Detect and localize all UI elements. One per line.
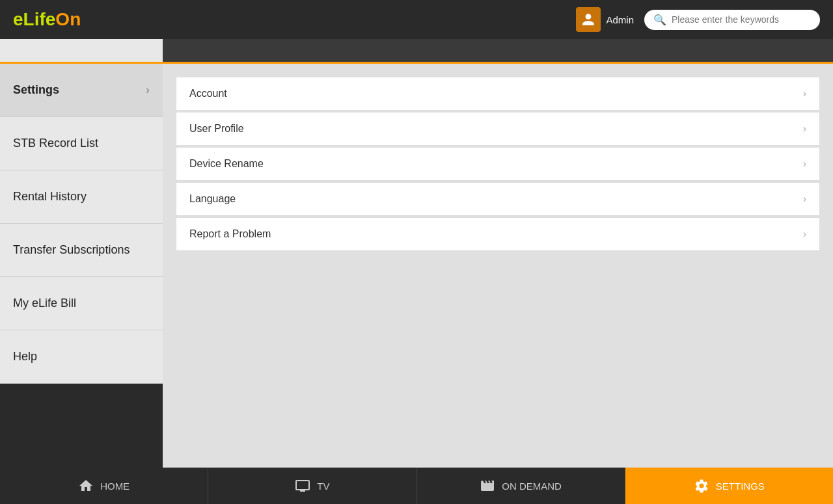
home-icon [78, 478, 94, 494]
logo-on: On [55, 9, 81, 29]
sidebar-item-stb-label: STB Record List [13, 137, 98, 150]
main: Settings › STB Record List Rental Histor… [0, 64, 833, 468]
chevron-right-icon: › [803, 193, 806, 205]
admin-label: Admin [606, 14, 634, 25]
tab-rest [163, 39, 833, 64]
menu-item-user-profile-label: User Profile [189, 123, 244, 135]
menu-item-user-profile[interactable]: User Profile › [176, 112, 820, 146]
tab-bar [0, 39, 833, 64]
nav-on-demand-label: ON DEMAND [502, 481, 562, 492]
nav-home[interactable]: HOME [0, 468, 208, 504]
sidebar-item-settings-label: Settings [13, 83, 59, 97]
menu-item-device-rename[interactable]: Device Rename › [176, 147, 820, 181]
logo: eLifeOn [13, 9, 81, 30]
search-input[interactable] [672, 14, 811, 25]
header-right: Admin 🔍 [576, 7, 820, 32]
sidebar-item-settings[interactable]: Settings › [0, 64, 163, 117]
nav-home-label: HOME [100, 481, 130, 492]
sidebar-item-bill-label: My eLife Bill [13, 297, 76, 310]
film-icon [480, 478, 495, 494]
menu-item-report-problem-label: Report a Problem [189, 228, 271, 240]
tv-icon [295, 478, 310, 494]
sidebar-item-transfer-subscriptions[interactable]: Transfer Subscriptions [0, 224, 163, 277]
user-avatar-icon [581, 12, 595, 27]
header: eLifeOn Admin 🔍 [0, 0, 833, 39]
sidebar-item-stb-record-list[interactable]: STB Record List [0, 117, 163, 170]
chevron-right-icon: › [803, 228, 806, 240]
content-area: Account › User Profile › Device Rename ›… [163, 64, 833, 468]
chevron-right-icon: › [803, 123, 806, 135]
menu-item-device-rename-label: Device Rename [189, 158, 264, 170]
sidebar-item-my-elife-bill[interactable]: My eLife Bill [0, 277, 163, 330]
sidebar: Settings › STB Record List Rental Histor… [0, 64, 163, 468]
chevron-right-icon: › [803, 88, 806, 99]
menu-item-account-label: Account [189, 88, 227, 99]
sidebar-item-transfer-label: Transfer Subscriptions [13, 243, 130, 257]
sidebar-item-help-label: Help [13, 350, 37, 364]
search-bar[interactable]: 🔍 [644, 10, 820, 30]
nav-settings-label: SETTINGS [716, 481, 765, 492]
sidebar-item-help[interactable]: Help [0, 330, 163, 384]
logo-elife: eLife [13, 9, 55, 29]
avatar [576, 7, 601, 32]
chevron-right-icon: › [803, 158, 806, 170]
sidebar-bottom [0, 384, 163, 468]
menu-item-account[interactable]: Account › [176, 77, 820, 111]
sidebar-item-rental-history[interactable]: Rental History [0, 170, 163, 224]
nav-on-demand[interactable]: ON DEMAND [417, 468, 625, 504]
nav-settings[interactable]: SETTINGS [625, 468, 833, 504]
bottom-nav: HOME TV ON DEMAND SETTINGS [0, 468, 833, 504]
search-icon: 🔍 [653, 14, 666, 26]
menu-item-language-label: Language [189, 193, 236, 205]
chevron-right-icon: › [146, 83, 150, 97]
sidebar-item-rental-label: Rental History [13, 190, 87, 204]
user-info: Admin [576, 7, 634, 32]
nav-tv-label: TV [317, 481, 329, 492]
tab-settings[interactable] [0, 39, 163, 64]
menu-item-report-problem[interactable]: Report a Problem › [176, 217, 820, 251]
menu-item-language[interactable]: Language › [176, 182, 820, 216]
nav-tv[interactable]: TV [208, 468, 416, 504]
gear-icon [694, 478, 709, 494]
